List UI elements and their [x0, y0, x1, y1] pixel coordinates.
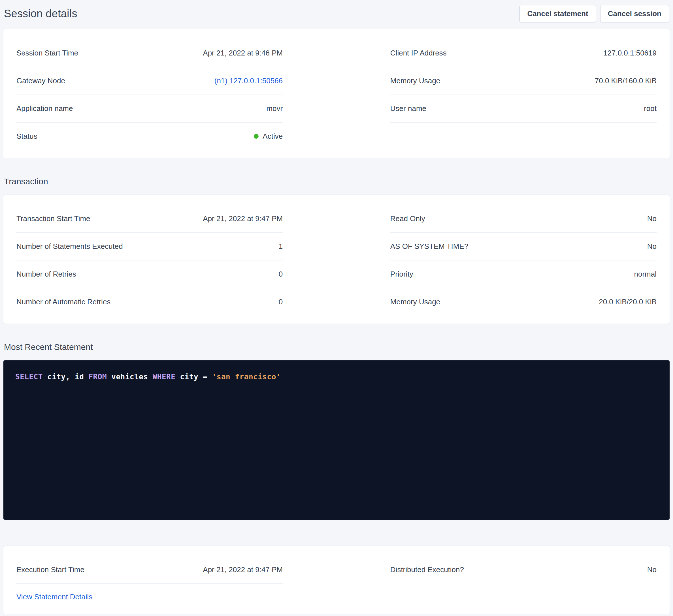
automatic-retries-row: Number of Automatic Retries 0 [16, 288, 283, 316]
row-value: Apr 21, 2022 at 9:47 PM [203, 565, 283, 574]
view-statement-details-link[interactable]: View Statement Details [16, 593, 92, 601]
sql-text: city = [175, 372, 212, 381]
sql-text: vehicles [107, 372, 153, 381]
sql-keyword: WHERE [153, 372, 176, 381]
row-label: Client IP Address [390, 48, 447, 58]
row-value: Apr 21, 2022 at 9:47 PM [203, 214, 283, 223]
row-label: Memory Usage [390, 297, 440, 307]
row-value: movr [266, 104, 283, 113]
transaction-start-time-row: Transaction Start Time Apr 21, 2022 at 9… [16, 205, 283, 233]
row-value: 127.0.0.1:50619 [603, 48, 657, 58]
row-value: 70.0 KiB/160.0 KiB [595, 76, 657, 85]
row-value: No [647, 565, 657, 574]
page-title: Session details [4, 8, 77, 20]
row-value: 20.0 KiB/20.0 KiB [599, 297, 657, 307]
transaction-heading: Transaction [4, 177, 669, 186]
cancel-session-button[interactable]: Cancel session [600, 5, 669, 22]
row-label: Session Start Time [16, 48, 78, 58]
sql-text: city, id [43, 372, 89, 381]
application-name-row: Application name movr [16, 95, 283, 122]
session-card-columns: Session Start Time Apr 21, 2022 at 9:46 … [16, 39, 657, 150]
execution-start-time-row: Execution Start Time Apr 21, 2022 at 9:4… [16, 556, 283, 584]
sql-keyword: SELECT [15, 372, 43, 381]
row-label: Gateway Node [16, 76, 65, 85]
as-of-system-time-row: AS OF SYSTEM TIME? No [390, 233, 657, 260]
distributed-execution-row: Distributed Execution? No [390, 556, 657, 583]
row-value: 1 [279, 242, 283, 251]
view-statement-details-row: View Statement Details [16, 584, 283, 603]
row-value: normal [634, 270, 657, 279]
client-ip-row: Client IP Address 127.0.0.1:50619 [390, 39, 657, 67]
sql-string-literal: 'san francisco' [212, 372, 281, 381]
session-card-left-column: Session Start Time Apr 21, 2022 at 9:46 … [16, 39, 283, 150]
sql-keyword: FROM [88, 372, 107, 381]
priority-row: Priority normal [390, 260, 657, 288]
user-name-row: User name root [390, 95, 657, 122]
gateway-node-row: Gateway Node (n1) 127.0.0.1:50566 [16, 67, 283, 95]
statements-executed-row: Number of Statements Executed 1 [16, 233, 283, 260]
row-value: Apr 21, 2022 at 9:46 PM [203, 48, 283, 58]
status-text: Active [263, 131, 283, 141]
sql-statement: SELECT city, id FROM vehicles WHERE city… [15, 372, 658, 382]
row-label: Priority [390, 270, 413, 279]
row-label: Number of Automatic Retries [16, 297, 110, 307]
row-value: No [647, 214, 657, 223]
most-recent-statement-heading: Most Recent Statement [4, 342, 669, 352]
status-value: Active [254, 131, 283, 141]
row-label: Distributed Execution? [390, 565, 464, 574]
row-value: root [644, 104, 657, 113]
transaction-left-column: Transaction Start Time Apr 21, 2022 at 9… [16, 205, 283, 316]
transaction-card: Transaction Start Time Apr 21, 2022 at 9… [3, 195, 670, 324]
sql-statement-box: SELECT city, id FROM vehicles WHERE city… [3, 360, 670, 520]
row-label: User name [390, 104, 426, 113]
page-header: Session details Cancel statement Cancel … [3, 0, 670, 29]
transaction-right-column: Read Only No AS OF SYSTEM TIME? No Prior… [390, 205, 657, 316]
header-actions: Cancel statement Cancel session [515, 5, 669, 22]
row-label: Number of Statements Executed [16, 242, 123, 251]
execution-card: Execution Start Time Apr 21, 2022 at 9:4… [3, 546, 670, 614]
row-value: 0 [279, 270, 283, 279]
transaction-card-columns: Transaction Start Time Apr 21, 2022 at 9… [16, 205, 657, 316]
cancel-statement-button[interactable]: Cancel statement [519, 5, 596, 22]
session-card-right-column: Client IP Address 127.0.0.1:50619 Memory… [390, 39, 657, 150]
session-start-time-row: Session Start Time Apr 21, 2022 at 9:46 … [16, 39, 283, 67]
execution-card-columns: Execution Start Time Apr 21, 2022 at 9:4… [16, 556, 657, 603]
row-label: Execution Start Time [16, 565, 84, 574]
read-only-row: Read Only No [390, 205, 657, 233]
row-label: Status [16, 131, 37, 141]
status-active-dot [254, 134, 259, 139]
session-summary-card: Session Start Time Apr 21, 2022 at 9:46 … [3, 29, 670, 158]
row-label: Memory Usage [390, 76, 440, 85]
row-label: Application name [16, 104, 73, 113]
row-value: No [647, 242, 657, 251]
execution-left-column: Execution Start Time Apr 21, 2022 at 9:4… [16, 556, 283, 603]
status-row: Status Active [16, 122, 283, 150]
row-label: Transaction Start Time [16, 214, 90, 223]
transaction-memory-usage-row: Memory Usage 20.0 KiB/20.0 KiB [390, 288, 657, 316]
row-label: Read Only [390, 214, 425, 223]
execution-right-column: Distributed Execution? No [390, 556, 657, 603]
row-label: AS OF SYSTEM TIME? [390, 242, 468, 251]
memory-usage-row: Memory Usage 70.0 KiB/160.0 KiB [390, 67, 657, 95]
session-details-page: Session details Cancel statement Cancel … [0, 0, 673, 614]
row-label: Number of Retries [16, 270, 76, 279]
row-value: 0 [279, 297, 283, 307]
gateway-node-link[interactable]: (n1) 127.0.0.1:50566 [214, 76, 283, 85]
number-of-retries-row: Number of Retries 0 [16, 260, 283, 288]
